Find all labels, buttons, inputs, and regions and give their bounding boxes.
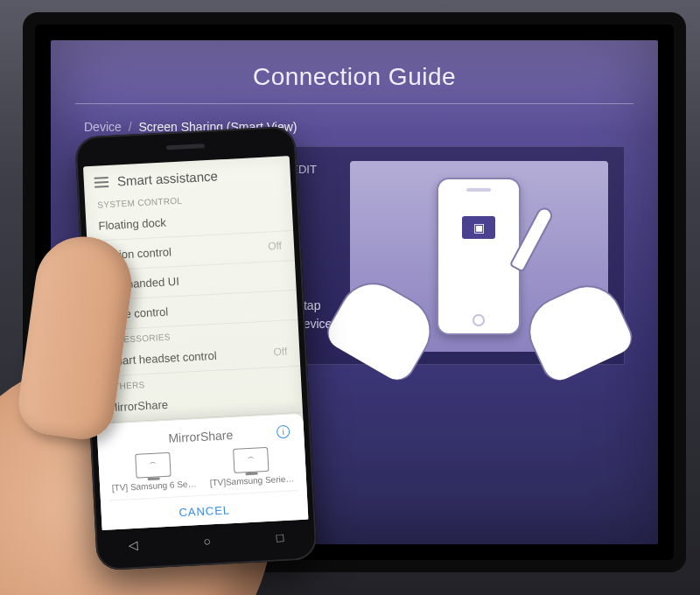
- row-value: Off: [268, 240, 283, 254]
- mirrorshare-sheet: MirrorShare i ⌢ [TV] Samsung 6 Se… ⌢ [TV…: [96, 413, 308, 530]
- nav-back-icon[interactable]: ◁: [129, 538, 139, 553]
- illustration-phone: ▣: [437, 178, 521, 335]
- tv-title: Connection Guide: [84, 63, 625, 91]
- smart-view-icon: ▣: [462, 216, 495, 239]
- info-icon[interactable]: i: [276, 425, 290, 439]
- tv-icon: ⌢: [233, 447, 269, 473]
- illustration-hand-right: [517, 274, 638, 386]
- row-label: MirrorShare: [108, 398, 168, 415]
- nav-recent-icon[interactable]: □: [276, 530, 284, 544]
- row-value: Off: [273, 346, 288, 360]
- tv-icon: ⌢: [135, 452, 171, 479]
- menu-icon[interactable]: [94, 176, 109, 187]
- settings-title: Smart assistance: [116, 168, 218, 188]
- divider: [75, 103, 634, 104]
- cancel-button[interactable]: CANCEL: [109, 490, 299, 524]
- device-option-2[interactable]: ⌢ [TV]Samsung Serie…: [205, 445, 298, 487]
- illustration: ▣: [350, 161, 608, 352]
- nav-home-icon[interactable]: ○: [203, 534, 211, 548]
- illustration-hand-left: [321, 270, 444, 387]
- device-label: [TV] Samsung 6 Se…: [112, 479, 197, 493]
- device-option-1[interactable]: ⌢ [TV] Samsung 6 Se…: [107, 451, 200, 493]
- row-label: Floating dock: [98, 216, 166, 233]
- device-label: [TV]Samsung Serie…: [209, 473, 294, 487]
- breadcrumb-prev: Device: [84, 120, 122, 134]
- breadcrumb-separator: /: [129, 120, 132, 134]
